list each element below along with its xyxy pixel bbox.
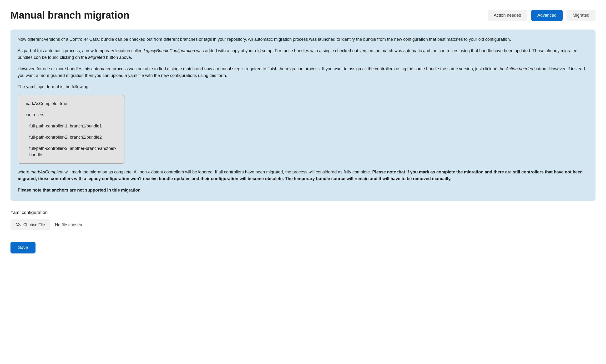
yaml-line: full-path-controller-1: branch1/bundle1 <box>25 123 118 129</box>
tabs: Action needed Advanced Migrated <box>488 10 595 21</box>
info-paragraph-1: Now different versions of a Controller C… <box>18 36 588 43</box>
tab-action-needed[interactable]: Action needed <box>488 10 527 21</box>
text-italic: markAsComplete <box>30 169 63 174</box>
yaml-line: controllers: <box>25 112 118 118</box>
text: However, for one or more bundles this au… <box>18 66 506 71</box>
file-input-row: Choose File No file chosen <box>11 219 595 230</box>
info-paragraph-2: As part of this automatic process, a new… <box>18 48 588 61</box>
yaml-line: full-path-controller-2: branch2/bundle2 <box>25 134 118 141</box>
choose-file-button[interactable]: Choose File <box>11 219 50 230</box>
page-title: Manual branch migration <box>11 10 129 21</box>
no-file-chosen-text: No file chosen <box>55 222 82 228</box>
tab-advanced[interactable]: Advanced <box>531 10 563 21</box>
yaml-config-label: Yaml configuration <box>11 210 595 215</box>
info-paragraph-4: The yaml input format is the following <box>18 84 588 90</box>
tab-migrated[interactable]: Migrated <box>567 10 595 21</box>
save-button[interactable]: Save <box>11 242 36 253</box>
yaml-example-block: markAsComplete: true controllers: full-p… <box>18 95 125 164</box>
text: button above. <box>105 55 132 60</box>
text: As part of this automatic process, a new… <box>18 48 144 53</box>
text-italic: Migrated <box>88 55 105 60</box>
info-paragraph-5: where markAsComplete will mark the migra… <box>18 169 588 182</box>
yaml-line: markAsComplete: true <box>25 101 118 107</box>
text-italic: legacyBundleConfiguration <box>144 48 195 53</box>
upload-cloud-icon <box>16 222 21 227</box>
choose-file-label: Choose File <box>23 222 45 227</box>
info-paragraph-3: However, for one or more bundles this au… <box>18 66 588 79</box>
info-paragraph-6: Please note that anchors are not support… <box>18 187 588 194</box>
text: where <box>18 169 30 174</box>
yaml-line: full-path-controller-3: another-branch/a… <box>25 145 118 158</box>
info-panel: Now different versions of a Controller C… <box>11 29 595 201</box>
text-italic: Action needed <box>506 66 533 71</box>
text: will mark the migration as complete. All… <box>63 169 372 174</box>
